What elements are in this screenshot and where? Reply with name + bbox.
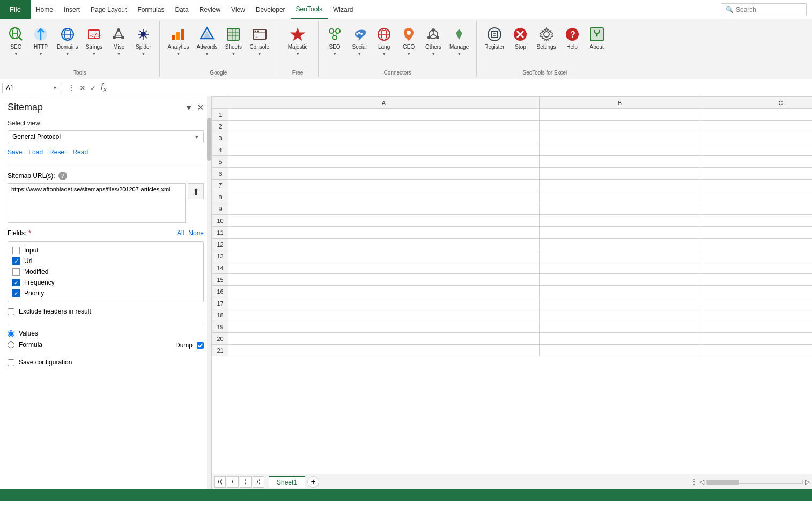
sidebar-close-button[interactable]: ✕ <box>197 102 204 113</box>
cell-c21[interactable] <box>700 345 813 356</box>
cell-b13[interactable] <box>540 250 700 262</box>
url-upload-button[interactable]: ⬆ <box>188 183 204 199</box>
menu-page-layout[interactable]: Page Layout <box>85 0 132 19</box>
cell-a11[interactable] <box>228 227 540 239</box>
load-link[interactable]: Load <box>28 148 43 156</box>
ribbon-btn-sheets[interactable]: Sheets ▼ <box>222 24 245 58</box>
ribbon-btn-domains[interactable]: Domains ▼ <box>54 24 81 58</box>
cell-b8[interactable] <box>540 191 700 203</box>
ribbon-btn-register[interactable]: Register <box>481 24 507 53</box>
cell-b14[interactable] <box>540 262 700 274</box>
sidebar-scrollbar[interactable] <box>207 96 211 489</box>
ribbon-btn-others[interactable]: Others ▼ <box>422 24 445 58</box>
file-menu-item[interactable]: File <box>0 0 31 19</box>
exclude-headers-checkbox[interactable] <box>8 308 14 315</box>
cell-c12[interactable] <box>700 239 813 250</box>
col-header-a[interactable]: A <box>228 97 540 109</box>
confirm-formula-icon[interactable]: ✓ <box>90 84 97 92</box>
cell-c10[interactable] <box>700 215 813 227</box>
cell-b12[interactable] <box>540 239 700 250</box>
formula-options-icon[interactable]: ⋮ <box>68 84 75 92</box>
cell-c3[interactable] <box>700 132 813 144</box>
cell-c16[interactable] <box>700 286 813 297</box>
ribbon-btn-misc[interactable]: Misc ▼ <box>107 24 130 58</box>
cell-a14[interactable] <box>228 262 540 274</box>
field-checkbox-frequency[interactable]: ✓ <box>12 279 20 286</box>
menu-review[interactable]: Review <box>194 0 226 19</box>
menu-view[interactable]: View <box>226 0 250 19</box>
cell-c19[interactable] <box>700 321 813 333</box>
scroll-left-icon[interactable]: ▷ <box>805 478 810 486</box>
formula-fx-icon[interactable]: fx <box>101 82 107 93</box>
menu-insert[interactable]: Insert <box>58 0 85 19</box>
cell-a2[interactable] <box>228 121 540 132</box>
cell-a1[interactable] <box>228 109 540 121</box>
cell-a6[interactable] <box>228 168 540 180</box>
cell-c17[interactable] <box>700 297 813 309</box>
menu-formulas[interactable]: Formulas <box>132 0 169 19</box>
cell-b2[interactable] <box>540 121 700 132</box>
cell-a3[interactable] <box>228 132 540 144</box>
cell-c15[interactable] <box>700 274 813 286</box>
field-item-modified[interactable]: Modified <box>12 266 199 277</box>
sheet-nav-prev[interactable]: ⟨ <box>227 476 239 488</box>
ribbon-btn-analytics[interactable]: Analytics ▼ <box>164 24 192 58</box>
search-box[interactable]: 🔍 <box>721 3 807 16</box>
values-label[interactable]: Values <box>19 330 38 337</box>
ribbon-btn-geo[interactable]: GEO ▼ <box>397 24 420 58</box>
cell-c8[interactable] <box>700 191 813 203</box>
sheet-grid[interactable]: A B C D E 123456789101112131415161718192… <box>212 96 812 474</box>
cell-a8[interactable] <box>228 191 540 203</box>
exclude-headers-label[interactable]: Exclude headers in result <box>19 308 91 315</box>
cell-b3[interactable] <box>540 132 700 144</box>
formula-label[interactable]: Formula <box>19 341 42 348</box>
fields-all-link[interactable]: All <box>177 229 184 237</box>
cell-a21[interactable] <box>228 345 540 356</box>
radio-item-values[interactable]: Values <box>8 330 204 337</box>
ribbon-btn-manage[interactable]: Manage ▼ <box>446 24 472 58</box>
cell-b6[interactable] <box>540 168 700 180</box>
cell-a19[interactable] <box>228 321 540 333</box>
col-header-b[interactable]: B <box>540 97 700 109</box>
ribbon-btn-seo2[interactable]: SEO ▼ <box>323 24 346 58</box>
save-link[interactable]: Save <box>8 148 22 156</box>
cell-b1[interactable] <box>540 109 700 121</box>
cell-c14[interactable] <box>700 262 813 274</box>
cell-b9[interactable] <box>540 203 700 215</box>
save-config-checkbox[interactable] <box>8 359 14 366</box>
horizontal-scrollbar[interactable] <box>706 480 803 484</box>
formula-input[interactable] <box>111 84 810 92</box>
sheet-tab-sheet1[interactable]: Sheet1 <box>269 476 305 488</box>
ribbon-btn-strings[interactable]: </> Strings ▼ <box>82 24 106 58</box>
save-config-label[interactable]: Save configuration <box>19 359 72 366</box>
sheet-nav-last[interactable]: ⟩⟩ <box>253 476 264 488</box>
cell-b21[interactable] <box>540 345 700 356</box>
cell-a9[interactable] <box>228 203 540 215</box>
field-item-priority[interactable]: ✓ Priority <box>12 288 199 299</box>
cell-b10[interactable] <box>540 215 700 227</box>
cell-b15[interactable] <box>540 274 700 286</box>
sheet-nav-next[interactable]: ⟩ <box>240 476 252 488</box>
cell-a12[interactable] <box>228 239 540 250</box>
dump-checkbox[interactable] <box>197 342 204 349</box>
cell-a15[interactable] <box>228 274 540 286</box>
ribbon-btn-majestic[interactable]: Majestic ▼ <box>282 24 314 58</box>
field-checkbox-priority[interactable]: ✓ <box>12 289 20 297</box>
field-checkbox-modified[interactable] <box>12 268 20 276</box>
field-checkbox-input[interactable] <box>12 247 20 254</box>
search-input[interactable] <box>736 6 806 13</box>
cell-b17[interactable] <box>540 297 700 309</box>
ribbon-btn-lang[interactable]: Lang ▼ <box>372 24 396 58</box>
cell-a5[interactable] <box>228 156 540 168</box>
cell-a13[interactable] <box>228 250 540 262</box>
add-sheet-button[interactable]: + <box>307 476 319 488</box>
menu-data[interactable]: Data <box>169 0 194 19</box>
ribbon-btn-help[interactable]: ? Help <box>560 24 584 53</box>
sidebar-collapse-button[interactable]: ▼ <box>185 103 193 112</box>
cell-c2[interactable] <box>700 121 813 132</box>
radio-item-formula[interactable]: Formula <box>8 341 42 348</box>
ribbon-btn-console[interactable]: >_ Console ▼ <box>246 24 272 58</box>
col-header-c[interactable]: C <box>700 97 813 109</box>
cell-b4[interactable] <box>540 144 700 156</box>
formula-radio[interactable] <box>8 341 14 348</box>
